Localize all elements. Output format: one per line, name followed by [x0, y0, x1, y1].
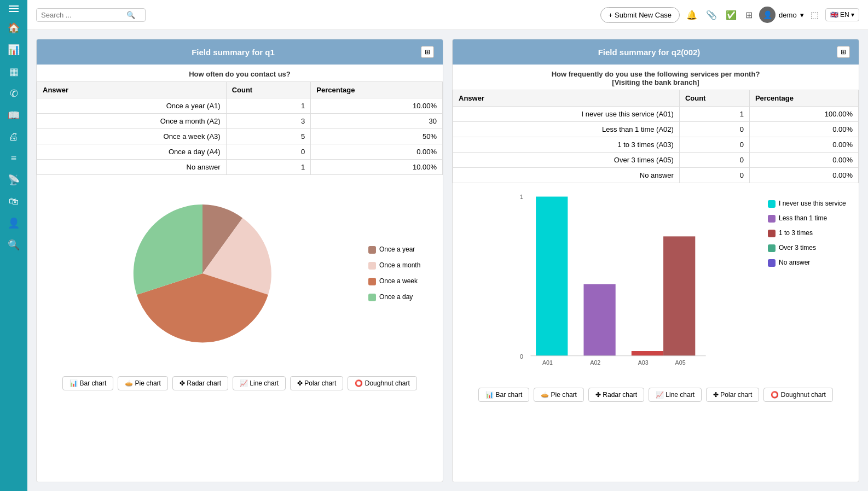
pie-svg	[126, 197, 279, 350]
search-box[interactable]: 🔍	[36, 8, 146, 22]
table-row: Once a day (A4) 0 0.00%	[37, 144, 443, 160]
chart-type-bar-chart-button[interactable]: 📊 Bar chart	[478, 388, 529, 402]
answer-cell: Over 3 times (A05)	[453, 153, 680, 168]
chart-type-line-chart-button[interactable]: 📈 Line chart	[233, 376, 286, 390]
col-count: Count	[226, 82, 311, 98]
svg-text:A01: A01	[542, 359, 553, 366]
col-percentage: Percentage	[749, 90, 858, 107]
legend-item: Over 3 times	[768, 244, 850, 252]
answer-cell: Less than 1 time (A02)	[453, 122, 680, 137]
sidebar-item-feed[interactable]: 📡	[8, 174, 20, 186]
chart-type-radar-chart-button[interactable]: ✤ Radar chart	[588, 388, 644, 402]
percentage-cell: 30	[311, 114, 443, 129]
hamburger-menu[interactable]	[9, 5, 19, 12]
submit-new-case-button[interactable]: + Submit New Case	[600, 7, 680, 23]
table-row: Less than 1 time (A02) 0 0.00%	[453, 122, 859, 137]
legend-item: I never use this service	[768, 200, 850, 208]
chart-type-polar-chart-button[interactable]: ✤ Polar chart	[290, 376, 343, 390]
header: 🔍 + Submit New Case 🔔 📎 ✅ ⊞ 👤 demo ▾ ⬚ 🇬…	[27, 0, 868, 30]
sidebar-item-home[interactable]: 🏠	[8, 22, 20, 34]
sidebar-item-grid[interactable]: ▦	[9, 66, 19, 78]
table-row: Once a year (A1) 1 10.00%	[37, 98, 443, 114]
panel-q2-title: Field summary for q2(002)	[461, 48, 837, 57]
table-row: No answer 0 0.00%	[453, 168, 859, 183]
legend-color	[768, 215, 776, 223]
chart-type-doughnut-chart-button[interactable]: ⭕ Doughnut chart	[763, 388, 832, 402]
main-area: 🔍 + Submit New Case 🔔 📎 ✅ ⊞ 👤 demo ▾ ⬚ 🇬…	[27, 0, 868, 491]
sidebar-item-phone[interactable]: ✆	[10, 87, 18, 100]
clip-icon[interactable]: 📎	[706, 10, 717, 20]
panel-q1-legend: Once a year Once a month Once a week Onc…	[368, 245, 434, 301]
legend-label: Once a day	[379, 293, 413, 301]
sidebar-item-chart[interactable]: 📊	[8, 44, 20, 56]
legend-label: 1 to 3 times	[779, 229, 813, 237]
panel-q2-export-button[interactable]: ⊞	[837, 46, 850, 58]
user-menu[interactable]: 👤 demo ▾	[759, 7, 804, 23]
panel-q2-subtitle: How frequently do you use the following …	[453, 65, 859, 90]
bar-chart: 1 0 A01	[461, 189, 759, 375]
percentage-cell: 0.00%	[749, 153, 858, 168]
chart-type-radar-chart-button[interactable]: ✤ Radar chart	[172, 376, 228, 390]
sidebar-item-bag[interactable]: 🛍	[9, 196, 19, 207]
logout-icon[interactable]: ⬚	[811, 10, 819, 20]
legend-item: Once a year	[368, 245, 434, 254]
chart-type-pie-chart-button[interactable]: 🥧 Pie chart	[534, 388, 584, 402]
chart-type-pie-chart-button[interactable]: 🥧 Pie chart	[118, 376, 168, 390]
panel-q1-export-button[interactable]: ⊞	[421, 46, 434, 58]
svg-text:A05: A05	[675, 359, 686, 366]
search-input[interactable]	[41, 11, 123, 19]
col-count: Count	[679, 90, 749, 107]
legend-color	[768, 200, 776, 208]
panel-q1-chart-buttons: 📊 Bar chart🥧 Pie chart✤ Radar chart📈 Lin…	[37, 372, 443, 397]
avatar: 👤	[759, 7, 776, 23]
panel-q2-header: Field summary for q2(002) ⊞	[453, 39, 859, 65]
chart-type-polar-chart-button[interactable]: ✤ Polar chart	[706, 388, 759, 402]
percentage-cell: 0.00%	[749, 137, 858, 153]
language-button[interactable]: 🇬🇧 EN ▾	[825, 8, 859, 21]
count-cell: 0	[679, 137, 749, 153]
sidebar-item-list[interactable]: ≡	[11, 153, 17, 164]
sidebar-item-search[interactable]: 🔍	[8, 239, 20, 251]
svg-text:A03: A03	[638, 359, 649, 366]
bar-svg: 1 0 A01	[461, 189, 759, 369]
svg-text:1: 1	[520, 194, 523, 200]
user-name: demo	[779, 11, 797, 19]
header-icons: 🔔 📎 ✅ ⊞	[686, 10, 753, 20]
notification-icon[interactable]: 🔔	[686, 10, 697, 20]
table-row: I never use this service (A01) 1 100.00%	[453, 107, 859, 122]
legend-color	[768, 259, 776, 267]
percentage-cell: 10.00%	[311, 98, 443, 114]
chart-type-line-chart-button[interactable]: 📈 Line chart	[649, 388, 702, 402]
chart-type-doughnut-chart-button[interactable]: ⭕ Doughnut chart	[348, 376, 416, 390]
panel-q2-chart-buttons: 📊 Bar chart🥧 Pie chart✤ Radar chart📈 Lin…	[453, 383, 859, 408]
check-icon[interactable]: ✅	[726, 10, 737, 20]
col-answer: Answer	[453, 90, 680, 107]
table-row: Over 3 times (A05) 0 0.00%	[453, 153, 859, 168]
sidebar-item-book[interactable]: 📖	[8, 109, 20, 121]
legend-label: Once a month	[379, 261, 420, 269]
percentage-cell: 0.00%	[749, 168, 858, 183]
count-cell: 0	[226, 144, 311, 160]
grid-icon[interactable]: ⊞	[745, 10, 753, 20]
content-area: Field summary for q1 ⊞ How often do you …	[27, 30, 868, 491]
table-row: Once a month (A2) 3 30	[37, 114, 443, 129]
panel-q1-header: Field summary for q1 ⊞	[37, 39, 443, 65]
col-answer: Answer	[37, 82, 227, 98]
percentage-cell: 50%	[311, 129, 443, 144]
legend-item: Once a month	[368, 261, 434, 270]
answer-cell: 1 to 3 times (A03)	[453, 137, 680, 153]
bar-a03	[632, 351, 663, 356]
panel-q2: Field summary for q2(002) ⊞ How frequent…	[452, 39, 859, 482]
panel-q1-table: Answer Count Percentage Once a year (A1)…	[37, 81, 443, 175]
table-row: Once a week (A3) 5 50%	[37, 129, 443, 144]
chart-type-bar-chart-button[interactable]: 📊 Bar chart	[62, 376, 113, 390]
percentage-cell: 0.00%	[749, 122, 858, 137]
count-cell: 3	[226, 114, 311, 129]
panel-q1-title: Field summary for q1	[45, 48, 421, 57]
legend-item: Less than 1 time	[768, 214, 850, 223]
legend-label: Once a year	[379, 245, 415, 253]
sidebar-item-user[interactable]: 👤	[8, 217, 20, 229]
legend-item: Once a week	[368, 277, 434, 285]
count-cell: 1	[679, 107, 749, 122]
sidebar-item-print[interactable]: 🖨	[9, 131, 19, 143]
